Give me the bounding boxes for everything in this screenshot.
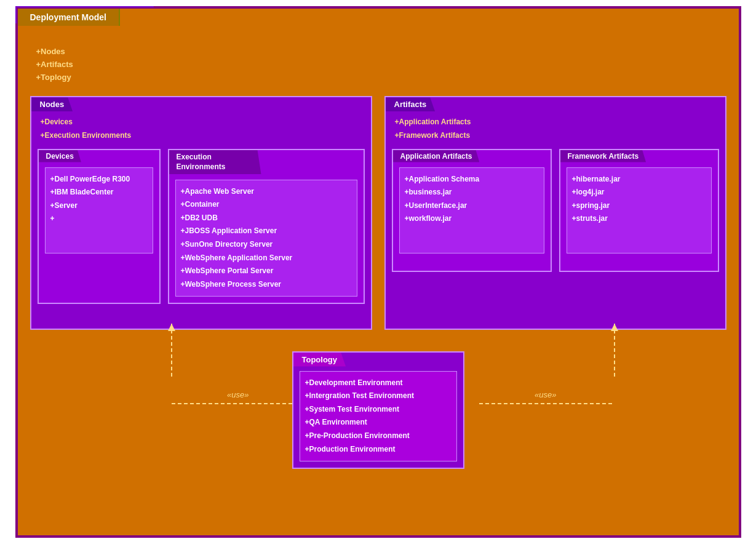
exec-item-1: +Container xyxy=(181,198,352,212)
fw-item-0: +hibernate.jar xyxy=(572,173,706,186)
app-item-1: +business.jar xyxy=(405,186,539,199)
app-item-2: +UserInterface.jar xyxy=(405,199,539,213)
topo-item-4: +Pre-Production Environment xyxy=(305,429,452,443)
artifacts-label-fw: +Framework Artifacts xyxy=(395,129,719,143)
app-artifacts-tab: Application Artifacts xyxy=(393,150,480,162)
svg-text:«use»: «use» xyxy=(535,390,556,399)
nodes-label-exec: +Execution Environments xyxy=(41,129,365,143)
devices-box: Devices +Dell PowerEdge R300 +IBM BladeC… xyxy=(38,149,161,305)
nodes-inner-labels: +Devices +Execution Environments xyxy=(38,116,365,142)
top-label-artifacts: +Artifacts xyxy=(36,58,726,71)
exec-inner: +Apache Web Server +Container +DB2 UDB +… xyxy=(175,180,357,297)
main-container: Deployment Model +Nodes +Artifacts +Topl… xyxy=(17,7,740,537)
devices-inner: +Dell PowerEdge R300 +IBM BladeCenter +S… xyxy=(45,167,153,254)
exec-tab: ExecutionEnvironments xyxy=(169,150,261,175)
nodes-tab: Nodes xyxy=(31,97,73,111)
fw-item-1: +log4j.jar xyxy=(572,186,706,199)
fw-artifacts-box: Framework Artifacts +hibernate.jar +log4… xyxy=(559,149,719,272)
exec-item-3: +JBOSS Application Server xyxy=(181,225,352,238)
topo-item-0: +Development Environment xyxy=(305,377,452,390)
topology-section: Topology +Development Environment +Inter… xyxy=(292,351,464,469)
fw-artifacts-inner: +hibernate.jar +log4j.jar +spring.jar +s… xyxy=(567,167,712,254)
devices-item-3: + xyxy=(50,212,148,226)
mid-row: Nodes +Devices +Execution Environments D… xyxy=(30,96,726,330)
top-label-topology: +Toplogy xyxy=(36,71,726,84)
exec-item-2: +DB2 UDB xyxy=(181,212,352,225)
artifacts-section: Artifacts +Application Artifacts +Framew… xyxy=(384,96,726,330)
devices-item-2: +Server xyxy=(50,199,148,213)
fw-item-2: +spring.jar xyxy=(572,199,706,213)
fw-item-3: +struts.jar xyxy=(572,212,706,226)
app-item-3: +workflow.jar xyxy=(405,212,539,226)
devices-item-1: +IBM BladeCenter xyxy=(50,186,148,199)
app-artifacts-inner: +Application Schema +business.jar +UserI… xyxy=(399,167,544,254)
artifacts-inner-labels: +Application Artifacts +Framework Artifa… xyxy=(392,116,719,142)
exec-item-4: +SunOne Directory Server xyxy=(181,238,352,252)
top-label-nodes: +Nodes xyxy=(36,46,726,58)
app-item-0: +Application Schema xyxy=(405,173,539,186)
top-labels: +Nodes +Artifacts +Toplogy xyxy=(30,46,726,84)
nodes-label-devices: +Devices xyxy=(41,116,365,129)
devices-item-0: +Dell PowerEdge R300 xyxy=(50,173,148,186)
exec-item-5: +WebSphere Application Server xyxy=(181,252,352,265)
exec-env-box: ExecutionEnvironments +Apache Web Server… xyxy=(168,149,365,305)
exec-item-0: +Apache Web Server xyxy=(181,185,352,199)
nodes-inner-row: Devices +Dell PowerEdge R300 +IBM BladeC… xyxy=(38,149,365,305)
topo-item-3: +QA Environment xyxy=(305,416,452,429)
topo-item-2: +System Test Environment xyxy=(305,403,452,417)
outer-wrapper: deployment Deployment Model Deployment M… xyxy=(15,6,741,538)
exec-item-6: +WebSphere Portal Server xyxy=(181,265,352,278)
artifacts-label-app: +Application Artifacts xyxy=(395,116,719,129)
svg-text:«use»: «use» xyxy=(227,390,249,399)
topology-tab: Topology xyxy=(293,353,346,367)
app-artifacts-box: Application Artifacts +Application Schem… xyxy=(392,149,552,272)
devices-tab: Devices xyxy=(39,150,81,162)
fw-artifacts-tab: Framework Artifacts xyxy=(560,150,647,162)
artifacts-inner-row: Application Artifacts +Application Schem… xyxy=(392,149,719,272)
topo-item-5: +Production Environment xyxy=(305,443,452,457)
topology-inner: +Development Environment +Intergration T… xyxy=(300,371,457,462)
deployment-model-tab: Deployment Model xyxy=(18,9,120,26)
bottom-row: «use» «use» Topology +Development Enviro… xyxy=(30,342,726,477)
artifacts-tab: Artifacts xyxy=(386,97,436,111)
nodes-section: Nodes +Devices +Execution Environments D… xyxy=(30,96,372,330)
exec-item-7: +WebSphere Process Server xyxy=(181,278,352,292)
topo-item-1: +Intergration Test Environment xyxy=(305,389,452,403)
